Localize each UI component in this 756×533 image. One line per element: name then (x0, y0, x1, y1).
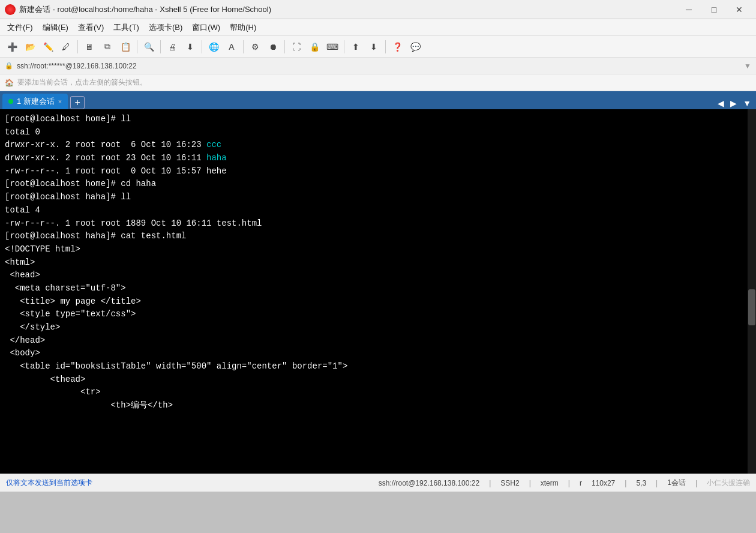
terminal-line-25: <thead> (5, 373, 751, 387)
toolbar-separator-6 (284, 40, 285, 53)
toolbar-separator-1 (77, 40, 78, 53)
terminal-line-27: <th>编号</th> (5, 399, 751, 412)
keyboard-button[interactable]: ⌨ (324, 38, 341, 55)
menu-edit[interactable]: 编辑(E) (38, 19, 73, 35)
toolbar-separator-3 (160, 40, 161, 53)
status-address: ssh://root@192.168.138.100:22 (379, 479, 479, 487)
status-sep-3: | (568, 479, 570, 487)
toolbar-separator-7 (344, 40, 344, 53)
toolbar: ➕ 📂 ✏️ 🖊 🖥 ⧉ 📋 🔍 🖨 ⬇ 🌐 A ⚙ ⏺ ⛶ 🔒 ⌨ ⬆ ⬇ ❓… (0, 36, 756, 58)
menu-window[interactable]: 窗口(W) (187, 19, 225, 35)
maximize-button[interactable]: □ (702, 2, 726, 17)
toolbar-separator-5 (243, 40, 244, 53)
tab-status-dot (8, 99, 13, 104)
status-sep-6: | (695, 479, 697, 487)
status-term: xterm (541, 479, 559, 487)
copy-button[interactable]: ⧉ (99, 38, 116, 55)
tab-nav: ◀ ▶ ▼ (715, 97, 756, 109)
window-title: 新建会话 - root@localhost:/home/haha - Xshel… (19, 4, 271, 15)
terminal-line-15: <title> my page </title> (5, 295, 751, 309)
download-button[interactable]: ⬇ (365, 38, 382, 55)
menu-tools[interactable]: 工具(T) (109, 19, 144, 35)
terminal-line-23: <body> (5, 347, 751, 360)
open-button[interactable]: 📂 (22, 38, 38, 55)
menu-view[interactable]: 查看(V) (73, 19, 109, 35)
terminal-line-24: <table id="booksListTable" width="500" a… (5, 360, 751, 373)
title-bar: 新建会话 - root@localhost:/home/haha - Xshel… (0, 0, 756, 19)
tab-next-button[interactable]: ▶ (728, 97, 739, 109)
tab-add-button[interactable]: + (70, 96, 85, 109)
highlight-button[interactable]: 🖊 (58, 38, 74, 55)
fullscreen-button[interactable]: ⛶ (288, 38, 305, 55)
terminal-line-5: -rw-r--r--. 1 root root 0 Oct 10 15:57 h… (5, 165, 751, 178)
address-bar-url[interactable]: ssh://root:******@192.168.138.100:22 (17, 62, 137, 70)
menu-bar: 文件(F) 编辑(E) 查看(V) 工具(T) 选项卡(B) 窗口(W) 帮助(… (0, 19, 756, 36)
menu-help[interactable]: 帮助(H) (225, 19, 261, 35)
terminal[interactable]: [root@localhost home]# ll total 0 drwxr-… (0, 109, 756, 474)
status-left-text: 仅将文本发送到当前选项卡 (6, 478, 92, 488)
terminal-line-18: </style> (5, 321, 751, 334)
terminal-line-1: [root@localhost home]# ll (5, 113, 751, 126)
globe-button[interactable]: 🌐 (205, 38, 222, 55)
status-bar: 仅将文本发送到当前选项卡 ssh://root@192.168.138.100:… (0, 474, 756, 492)
address-bar: 🔒 ssh://root:******@192.168.138.100:22 ▼ (0, 58, 756, 74)
tab-bar: 1 新建会话 × + ◀ ▶ ▼ (0, 91, 756, 109)
address-bar-expand[interactable]: ▼ (744, 62, 751, 70)
terminal-line-26: <tr> (5, 386, 751, 399)
status-right: ssh://root@192.168.138.100:22 | SSH2 | x… (379, 478, 750, 488)
font-button[interactable]: A (223, 38, 240, 55)
help-button[interactable]: ❓ (389, 38, 406, 55)
tab-close-button[interactable]: × (58, 98, 62, 105)
terminal-line-12: <html> (5, 256, 751, 270)
terminal-line-8: total 4 (5, 204, 751, 217)
status-sep-1: | (489, 479, 491, 487)
minimize-button[interactable]: ─ (677, 2, 701, 17)
window-controls: ─ □ ✕ (677, 2, 751, 17)
paste-button[interactable]: 📋 (117, 38, 134, 55)
status-sessions: 1会话 (667, 478, 686, 488)
scrollbar-thumb[interactable] (748, 289, 755, 325)
terminal-line-4: drwxr-xr-x. 2 root root 23 Oct 10 16:11 … (5, 152, 751, 165)
status-size: 110x27 (592, 479, 615, 487)
terminal-line-11: <!DOCTYPE html> (5, 243, 751, 256)
terminal-line-21: </head> (5, 334, 751, 348)
menu-tab[interactable]: 选项卡(B) (144, 19, 187, 35)
tab-menu-button[interactable]: ▼ (740, 97, 754, 109)
status-sep-5: | (656, 479, 658, 487)
tab-prev-button[interactable]: ◀ (715, 97, 727, 109)
toolbar-separator-2 (137, 40, 137, 53)
tab-1[interactable]: 1 新建会话 × (2, 94, 68, 109)
lock-button[interactable]: 🔒 (306, 38, 323, 55)
balloon-button[interactable]: 💬 (407, 38, 424, 55)
terminal-line-2: total 0 (5, 126, 751, 139)
monitor-button[interactable]: 🖥 (81, 38, 98, 55)
edit-button[interactable]: ✏️ (40, 38, 56, 55)
status-watermark: 小仁头援连确 (707, 478, 750, 488)
status-sep-4: | (625, 479, 626, 487)
toolbar-separator-8 (385, 40, 386, 53)
new-session-button[interactable]: ➕ (4, 38, 20, 55)
terminal-line-10: [root@localhost haha]# cat test.html (5, 230, 751, 243)
tb-btn-5[interactable]: ⬇ (182, 38, 199, 55)
print-button[interactable]: 🖨 (164, 38, 181, 55)
terminal-line-14: <meta charset="utf-8"> (5, 282, 751, 295)
terminal-line-6: [root@localhost home]# cd haha (5, 178, 751, 191)
find-button[interactable]: 🔍 (140, 38, 157, 55)
terminal-line-13: <head> (5, 269, 751, 282)
terminal-wrapper: [root@localhost home]# ll total 0 drwxr-… (0, 109, 756, 474)
toolbar-separator-4 (202, 40, 202, 53)
record-button[interactable]: ⏺ (265, 38, 281, 55)
lock-icon: 🔒 (5, 62, 13, 70)
scrollbar-track[interactable] (748, 109, 756, 474)
sessions-arrow-icon: 🏠 (5, 79, 14, 87)
status-sep-2: | (529, 479, 531, 487)
title-bar-left: 新建会话 - root@localhost:/home/haha - Xshel… (5, 4, 271, 15)
app-icon (5, 4, 16, 15)
close-button[interactable]: ✕ (727, 2, 751, 17)
script-button[interactable]: ⚙ (247, 38, 263, 55)
status-protocol: SSH2 (500, 479, 519, 487)
upload-button[interactable]: ⬆ (347, 38, 364, 55)
status-pos: 5,3 (636, 479, 646, 487)
menu-file[interactable]: 文件(F) (2, 19, 38, 35)
sessions-bar: 🏠 要添加当前会话，点击左侧的箭头按钮。 (0, 74, 756, 91)
